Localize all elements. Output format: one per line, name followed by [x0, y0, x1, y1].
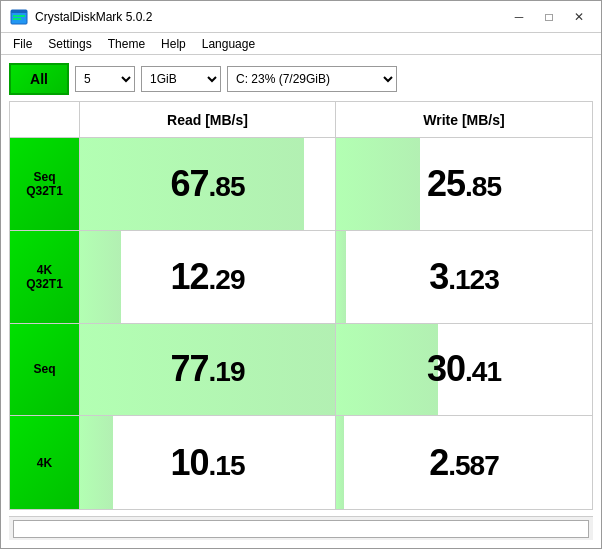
menu-theme[interactable]: Theme	[100, 35, 153, 53]
window-controls: ─ □ ✕	[505, 6, 593, 28]
cell-4k-q32t1-read: 12.29	[80, 231, 336, 324]
drive-select[interactable]: C: 23% (7/29GiB)	[227, 66, 397, 92]
all-button[interactable]: All	[9, 63, 69, 95]
row-label-seq[interactable]: Seq	[10, 324, 80, 417]
cell-4k-read: 10.15	[80, 416, 336, 509]
main-window: CrystalDiskMark 5.0.2 ─ □ ✕ File Setting…	[0, 0, 602, 549]
value-seq-write: 30.41	[427, 348, 501, 390]
cell-seq-q32t1-write: 25.85	[336, 138, 592, 231]
cell-seq-read: 77.19	[80, 324, 336, 417]
value-seq-q32t1-write: 25.85	[427, 163, 501, 205]
svg-rect-3	[11, 10, 27, 13]
data-grid: Read [MB/s] Write [MB/s] SeqQ32T1 67.85 …	[9, 101, 593, 510]
header-empty	[10, 102, 80, 138]
menu-bar: File Settings Theme Help Language	[1, 33, 601, 55]
menu-language[interactable]: Language	[194, 35, 263, 53]
window-title: CrystalDiskMark 5.0.2	[35, 10, 152, 24]
value-4k-q32t1-read: 12.29	[171, 256, 245, 298]
svg-rect-1	[13, 15, 25, 17]
minimize-button[interactable]: ─	[505, 6, 533, 28]
svg-rect-2	[13, 18, 21, 20]
title-bar: CrystalDiskMark 5.0.2 ─ □ ✕	[1, 1, 601, 33]
count-select[interactable]: 5 3 1	[75, 66, 135, 92]
close-button[interactable]: ✕	[565, 6, 593, 28]
toolbar: All 5 3 1 1GiB 512MiB 256MiB C: 23% (7/2…	[9, 63, 593, 95]
menu-help[interactable]: Help	[153, 35, 194, 53]
maximize-button[interactable]: □	[535, 6, 563, 28]
menu-file[interactable]: File	[5, 35, 40, 53]
main-content: All 5 3 1 1GiB 512MiB 256MiB C: 23% (7/2…	[1, 55, 601, 548]
value-4k-read: 10.15	[171, 442, 245, 484]
status-field	[13, 520, 589, 538]
value-4k-write: 2.587	[429, 442, 499, 484]
menu-settings[interactable]: Settings	[40, 35, 99, 53]
row-label-seq-q32t1[interactable]: SeqQ32T1	[10, 138, 80, 231]
cell-4k-q32t1-write: 3.123	[336, 231, 592, 324]
cell-seq-q32t1-read: 67.85	[80, 138, 336, 231]
value-4k-q32t1-write: 3.123	[429, 256, 499, 298]
row-label-4k-q32t1[interactable]: 4KQ32T1	[10, 231, 80, 324]
value-seq-q32t1-read: 67.85	[171, 163, 245, 205]
status-bar	[9, 516, 593, 540]
cell-seq-write: 30.41	[336, 324, 592, 417]
read-header: Read [MB/s]	[80, 102, 336, 138]
value-seq-read: 77.19	[171, 348, 245, 390]
title-bar-left: CrystalDiskMark 5.0.2	[9, 7, 152, 27]
size-select[interactable]: 1GiB 512MiB 256MiB	[141, 66, 221, 92]
cell-4k-write: 2.587	[336, 416, 592, 509]
row-label-4k[interactable]: 4K	[10, 416, 80, 509]
write-header: Write [MB/s]	[336, 102, 592, 138]
app-icon	[9, 7, 29, 27]
